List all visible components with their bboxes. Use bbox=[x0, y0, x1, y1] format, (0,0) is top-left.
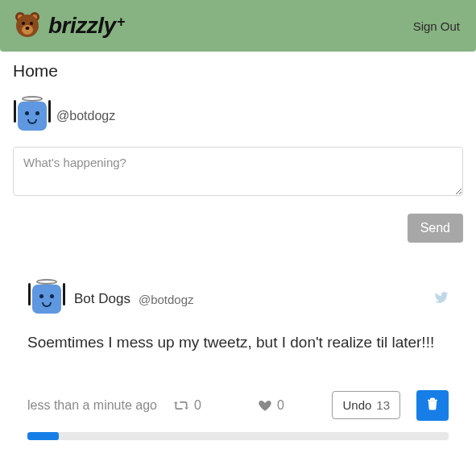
tweet-avatar bbox=[27, 280, 66, 318]
compose-input[interactable] bbox=[13, 147, 463, 196]
tweet-timestamp: less than a minute ago bbox=[27, 398, 157, 413]
send-button[interactable]: Send bbox=[408, 214, 463, 243]
svg-rect-10 bbox=[433, 403, 434, 408]
send-row: Send bbox=[13, 214, 463, 243]
page-title: Home bbox=[13, 61, 463, 81]
undo-countdown: 13 bbox=[376, 398, 390, 412]
heart-icon bbox=[258, 398, 272, 413]
brand-name: brizzly+ bbox=[48, 13, 125, 39]
undo-button[interactable]: Undo 13 bbox=[332, 391, 400, 419]
svg-point-5 bbox=[22, 22, 25, 25]
retweet-icon bbox=[173, 398, 189, 413]
undo-label: Undo bbox=[342, 398, 371, 412]
svg-point-8 bbox=[26, 27, 30, 30]
retweet-count: 0 bbox=[194, 398, 201, 413]
like-count: 0 bbox=[277, 398, 284, 413]
brand-plus: + bbox=[117, 14, 125, 30]
compose-header: @botdogz bbox=[13, 97, 463, 135]
undo-progress bbox=[27, 432, 449, 440]
app-header: brizzly+ Sign Out bbox=[0, 0, 476, 52]
signout-link[interactable]: Sign Out bbox=[413, 19, 460, 33]
tweet-footer: less than a minute ago 0 bbox=[27, 390, 449, 421]
main-content: Home @botdogz Send bbox=[0, 52, 476, 440]
undo-progress-fill bbox=[27, 432, 59, 440]
bear-icon bbox=[13, 10, 42, 42]
trash-icon bbox=[425, 397, 440, 414]
brand: brizzly+ bbox=[13, 10, 125, 42]
tweet-handle: @botdogz bbox=[139, 293, 194, 306]
delete-button[interactable] bbox=[416, 390, 449, 421]
like-stat[interactable]: 0 bbox=[258, 398, 284, 413]
retweet-stat[interactable]: 0 bbox=[173, 398, 201, 413]
compose-handle: @botdogz bbox=[56, 109, 115, 123]
svg-rect-9 bbox=[431, 403, 432, 408]
tweet-display-name: Bot Dogs bbox=[74, 291, 130, 307]
tweet-card: Bot Dogs @botdogz Soemtimes I mess up my… bbox=[13, 280, 463, 440]
svg-point-6 bbox=[30, 22, 33, 25]
twitter-icon bbox=[434, 290, 449, 308]
tweet-header: Bot Dogs @botdogz bbox=[27, 280, 449, 318]
tweet-body: Soemtimes I mess up my tweetz, but I don… bbox=[27, 331, 449, 355]
compose-avatar bbox=[13, 97, 52, 135]
